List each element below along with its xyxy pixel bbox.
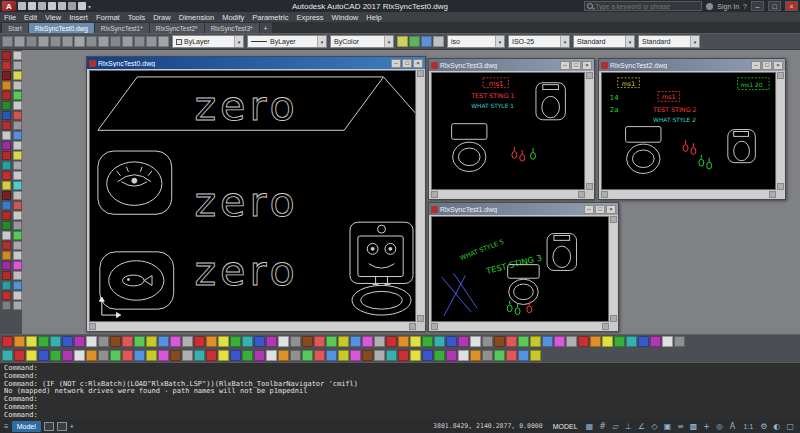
bottom-toolbar-icon[interactable] [218,350,229,361]
new-tab-button[interactable]: + [260,23,272,33]
bottom-toolbar-icon[interactable] [170,350,181,361]
bottom-toolbar-icon[interactable] [254,350,265,361]
bottom-toolbar-icon[interactable] [182,350,193,361]
quick-access-icon[interactable] [68,2,76,10]
side-toolbar-icon[interactable] [13,71,22,80]
bottom-toolbar-icon[interactable] [458,350,469,361]
scroll-right-button[interactable] [769,191,776,198]
window-maximize-button[interactable]: □ [571,61,581,70]
side-toolbar-icon[interactable] [2,151,11,160]
bottom-toolbar-icon[interactable] [314,336,325,347]
menu-item-insert[interactable]: Insert [65,12,92,22]
side-toolbar-icon[interactable] [2,111,11,120]
chevron-down-icon[interactable]: ▾ [384,36,393,47]
bottom-toolbar-icon[interactable] [422,350,433,361]
new-layout-button[interactable]: + [70,423,74,430]
scroll-left-button[interactable] [431,191,438,198]
window-title-bar[interactable]: RlxSyncTest3.dwg – □ × [429,59,594,71]
file-tab-rlxsynctest0-dwg[interactable]: RlxSyncTest0.dwg [29,23,94,33]
side-toolbar-icon[interactable] [2,291,11,300]
bottom-toolbar-icon[interactable] [278,336,289,347]
side-toolbar-icon[interactable] [2,221,11,230]
chevron-down-icon[interactable]: ▾ [625,36,634,47]
window-maximize-button[interactable]: □ [595,205,605,214]
bottom-toolbar-icon[interactable] [26,350,37,361]
bottom-toolbar-icon[interactable] [242,336,253,347]
dimstyle-dropdown[interactable]: ISO-25 ▾ [508,35,570,48]
standard-toolbar-icon[interactable] [158,36,169,47]
side-toolbar-icon[interactable] [13,171,22,180]
bottom-toolbar-icon[interactable] [554,336,565,347]
scroll-left-button[interactable] [431,323,438,330]
quick-access-icon[interactable] [28,2,36,10]
isolate-objects-icon[interactable]: ◐ [771,422,782,431]
window-title-bar[interactable]: RlxSyncTest0.dwg – □ × [87,57,425,69]
side-toolbar-icon[interactable] [13,131,22,140]
horizontal-scrollbar[interactable] [431,191,585,198]
bottom-toolbar-icon[interactable] [38,350,49,361]
selection-cycling-icon[interactable]: ◎ [714,421,726,432]
scroll-down-button[interactable] [417,315,424,322]
side-toolbar-icon[interactable] [2,241,11,250]
side-toolbar-icon[interactable] [2,201,11,210]
bottom-toolbar-icon[interactable] [158,336,169,347]
bottom-toolbar-icon[interactable] [110,336,121,347]
side-toolbar-icon[interactable] [13,111,22,120]
layout-menu-icon[interactable]: ≡ [4,422,9,431]
side-toolbar-icon[interactable] [13,181,22,190]
transparency-icon[interactable]: ▩ [688,421,700,432]
quick-access-dropdown-icon[interactable]: ▾ [88,3,91,10]
standard-toolbar-icon[interactable] [110,36,121,47]
window-minimize-button[interactable]: – [391,59,401,68]
side-toolbar-icon[interactable] [2,301,11,310]
app-maximize-button[interactable]: □ [768,1,781,11]
app-minimize-button[interactable]: – [751,1,764,11]
horizontal-scrollbar[interactable] [601,191,776,198]
standard-toolbar-icon[interactable] [2,36,13,47]
osnap-icon[interactable]: ▣ [662,421,674,432]
bottom-toolbar-icon[interactable] [266,350,277,361]
bottom-toolbar-icon[interactable] [374,336,385,347]
menu-item-window[interactable]: Window [328,12,363,22]
bottom-toolbar-icon[interactable] [386,336,397,347]
bottom-toolbar-icon[interactable] [50,336,61,347]
standard-toolbar-icon[interactable] [74,36,85,47]
side-toolbar-icon[interactable] [2,181,11,190]
window-title-bar[interactable]: RlxSyncTest2.dwg – □ × [599,59,785,71]
layer-tool-icon[interactable] [433,36,444,47]
chevron-down-icon[interactable]: ▾ [317,36,326,47]
bottom-toolbar-icon[interactable] [254,336,265,347]
window-title-bar[interactable]: RlxSyncTest1.dwg – □ × [429,203,618,215]
bottom-toolbar-icon[interactable] [122,350,133,361]
help-icon[interactable]: ? [743,3,747,10]
bottom-toolbar-icon[interactable] [350,350,361,361]
file-tab-rlxsynctest1[interactable]: RlxSyncTest1* [95,23,149,33]
bottom-toolbar-icon[interactable] [50,350,61,361]
side-toolbar-icon[interactable] [2,161,11,170]
chevron-down-icon[interactable]: ▾ [690,36,699,47]
window-close-button[interactable]: × [773,61,783,70]
menu-item-help[interactable]: Help [362,12,385,22]
bottom-toolbar-icon[interactable] [386,350,397,361]
menu-item-tools[interactable]: Tools [124,12,150,22]
search-box[interactable] [584,1,702,11]
bottom-toolbar-icon[interactable] [350,336,361,347]
bottom-toolbar-icon[interactable] [110,350,121,361]
side-toolbar-icon[interactable] [13,221,22,230]
polar-tracking-icon[interactable]: ∠ [636,421,648,432]
bottom-toolbar-icon[interactable] [74,336,85,347]
side-toolbar-icon[interactable] [13,251,22,260]
bottom-toolbar-icon[interactable] [62,336,73,347]
bottom-toolbar-icon[interactable] [230,336,241,347]
quick-access-icon[interactable] [58,2,66,10]
drawing-canvas[interactable]: zero zero zero [89,70,416,322]
scroll-right-button[interactable] [578,191,585,198]
bottom-toolbar-icon[interactable] [494,350,505,361]
side-toolbar-icon[interactable] [2,271,11,280]
chevron-down-icon[interactable]: ▾ [234,36,243,47]
bottom-toolbar-icon[interactable] [194,350,205,361]
bottom-toolbar-icon[interactable] [374,350,385,361]
scroll-up-button[interactable] [586,72,593,79]
layer-tool-icon[interactable] [397,36,408,47]
bottom-toolbar-icon[interactable] [158,350,169,361]
